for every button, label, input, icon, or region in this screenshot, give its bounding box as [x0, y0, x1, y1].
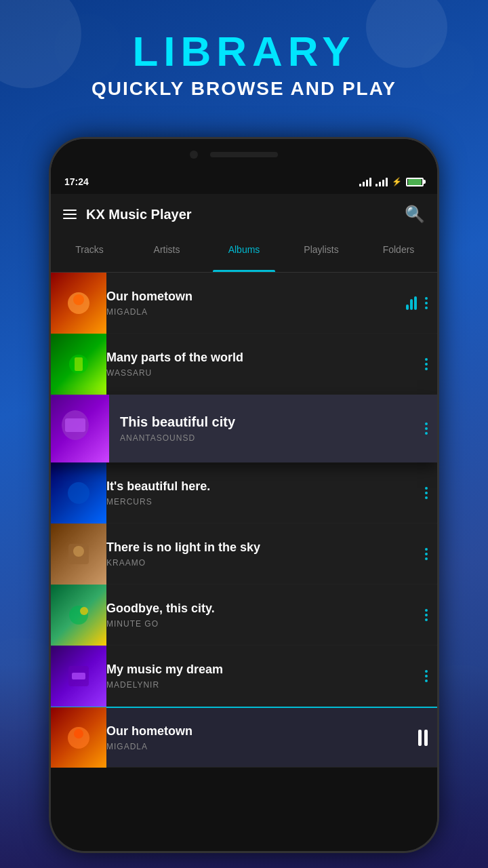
track-artist: KRAAMO — [106, 558, 425, 568]
svg-rect-3 — [75, 357, 83, 371]
phone-speaker — [210, 152, 278, 157]
track-actions — [425, 487, 428, 499]
playing-indicator — [406, 296, 417, 310]
list-item[interactable]: Goodbye, this city. MINUTE GO — [51, 585, 437, 646]
hamburger-icon[interactable] — [63, 210, 77, 219]
more-menu-button[interactable] — [425, 609, 428, 621]
status-icons: ⚡ — [359, 177, 424, 186]
page-subtitle: QUICKLY BROWSE AND PLAY — [0, 78, 488, 100]
signal-bar — [375, 184, 378, 186]
list-item[interactable]: It's beautiful here. MERCURS — [51, 462, 437, 524]
svg-point-10 — [80, 607, 88, 615]
status-bar: 17:24 ⚡ — [51, 170, 437, 194]
track-title: Many parts of the world — [106, 351, 425, 365]
album-art-svg — [65, 479, 92, 507]
track-actions — [425, 670, 428, 682]
more-menu-button[interactable] — [425, 670, 428, 682]
album-art — [51, 462, 106, 524]
tab-bar: Tracks Artists Albums Playlists Folders — [51, 235, 437, 273]
phone-camera — [190, 151, 198, 159]
hamburger-line — [63, 210, 77, 211]
track-actions — [425, 358, 428, 370]
phone-top-bar — [51, 139, 437, 170]
svg-point-6 — [68, 482, 89, 504]
track-artist: ANANTASOUNSD — [120, 433, 425, 443]
tab-artists[interactable]: Artists — [128, 235, 205, 272]
album-art-svg — [65, 540, 92, 568]
svg-rect-12 — [72, 673, 85, 679]
signal-bar — [369, 178, 371, 186]
svg-rect-5 — [65, 418, 85, 432]
list-item[interactable]: Many parts of the world WASSARU — [51, 334, 437, 395]
track-title: Our hometown — [106, 724, 418, 738]
play-bar — [414, 296, 417, 310]
svg-point-1 — [73, 294, 84, 305]
play-bar — [410, 299, 413, 310]
album-art — [51, 395, 109, 462]
music-list: Our hometown MIGADLA — [51, 273, 437, 768]
app-header: KX Music Player 🔍 — [51, 194, 437, 235]
play-bar — [406, 304, 409, 310]
album-art-svg — [58, 408, 92, 449]
track-actions — [406, 296, 428, 310]
track-title: My music my dream — [106, 663, 425, 677]
battery-fill — [408, 179, 422, 185]
album-art — [51, 524, 106, 585]
more-menu-button[interactable] — [425, 422, 428, 435]
tab-folders[interactable]: Folders — [360, 235, 437, 272]
hamburger-line — [63, 214, 77, 215]
track-title: Goodbye, this city. — [106, 601, 425, 616]
signal-bar — [386, 178, 388, 186]
charging-icon: ⚡ — [392, 177, 402, 186]
app-title: KX Music Player — [86, 207, 192, 222]
signal-bar — [359, 184, 361, 186]
more-menu-button[interactable] — [425, 487, 428, 499]
track-artist: MADELYNIR — [106, 680, 425, 690]
track-info: It's beautiful here. MERCURS — [106, 479, 425, 507]
more-menu-button[interactable] — [425, 297, 428, 309]
track-info: My music my dream MADELYNIR — [106, 663, 425, 690]
signal-bar — [382, 180, 384, 186]
tab-playlists[interactable]: Playlists — [283, 235, 360, 272]
track-info: This beautiful city ANANTASOUNSD — [120, 414, 425, 443]
signal-bar — [379, 182, 381, 186]
now-playing-bar[interactable]: Our hometown MIGADLA — [51, 707, 437, 768]
tab-tracks[interactable]: Tracks — [51, 235, 128, 272]
highlighted-track-item[interactable]: This beautiful city ANANTASOUNSD — [51, 395, 437, 462]
album-art-svg — [65, 724, 92, 751]
track-title: It's beautiful here. — [106, 479, 425, 494]
hamburger-line — [63, 218, 77, 219]
track-actions — [425, 548, 428, 560]
track-actions — [418, 730, 428, 746]
svg-point-8 — [73, 546, 84, 557]
list-item[interactable]: There is no light in the sky KRAAMO — [51, 524, 437, 585]
list-item[interactable]: My music my dream MADELYNIR — [51, 646, 437, 707]
album-art-svg — [65, 351, 92, 378]
battery-icon — [406, 178, 424, 186]
signal-bar — [363, 182, 365, 186]
track-info: There is no light in the sky KRAAMO — [106, 540, 425, 568]
signal-bars-1 — [359, 178, 371, 186]
svg-point-14 — [74, 729, 83, 738]
more-menu-button[interactable] — [425, 548, 428, 560]
album-art-svg — [65, 601, 92, 629]
track-title: There is no light in the sky — [106, 540, 425, 555]
pause-button[interactable] — [418, 730, 428, 746]
track-info: Many parts of the world WASSARU — [106, 351, 425, 378]
album-art — [51, 585, 106, 646]
signal-bar — [366, 180, 368, 186]
more-menu-button[interactable] — [425, 358, 428, 370]
album-art-svg — [65, 663, 92, 690]
album-art — [51, 273, 106, 334]
search-icon[interactable]: 🔍 — [405, 205, 425, 224]
list-item[interactable]: Our hometown MIGADLA — [51, 273, 437, 334]
signal-bars-2 — [375, 178, 388, 186]
status-time: 17:24 — [64, 176, 89, 187]
album-art-svg — [65, 290, 92, 317]
track-title: Our hometown — [106, 290, 406, 304]
track-info: Our hometown MIGADLA — [106, 290, 406, 317]
track-info: Our hometown MIGADLA — [106, 724, 418, 751]
header-left: KX Music Player — [63, 207, 192, 222]
tab-albums[interactable]: Albums — [205, 235, 283, 272]
album-art — [51, 646, 106, 707]
